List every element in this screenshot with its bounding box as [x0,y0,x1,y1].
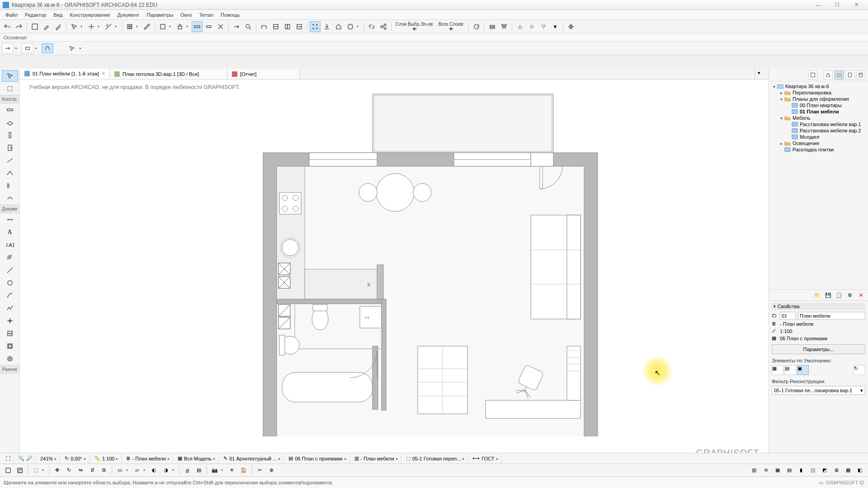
dropdown-icon[interactable]: ▾ [136,24,141,28]
scale-status[interactable]: 1:100 [102,456,115,461]
menu-document[interactable]: Документ [114,11,143,19]
snap-guide-button[interactable] [103,21,114,32]
print-icon[interactable]: 🖨 [182,465,193,476]
reno-status[interactable]: 05-1 Готовая переп... [412,456,461,461]
edit-b[interactable]: ▱ [132,465,142,476]
align-1[interactable] [487,21,498,32]
maximize-button[interactable]: ☐ [828,1,846,9]
menu-design[interactable]: Конструирование [66,11,113,19]
tree-furn-v1[interactable]: Расстановка мебели вар.1 [770,121,867,127]
zoom-out-icon[interactable]: 🔍 [18,455,24,461]
tool-b[interactable] [270,21,281,32]
edit-c[interactable]: ◐ [149,465,160,476]
tri-mid-icon[interactable]: ◇ [526,21,537,32]
tree-plans-design[interactable]: ▾ Планы для оформления [770,96,867,102]
tree-molding[interactable]: Молдинг [770,134,867,140]
figure-tool[interactable] [2,328,18,339]
tree-furniture[interactable]: ▾ Мебель [770,115,867,121]
tab-3d-ceiling[interactable]: План потолка 3D-вар.1 [3D / Все] [110,69,227,79]
close-icon[interactable]: × [102,70,105,77]
tool-a[interactable] [259,21,269,32]
nav-view-1[interactable] [808,70,817,80]
r-4[interactable]: ▤ [784,465,795,476]
minimize-button[interactable]: — [809,1,827,9]
dropdown-icon[interactable]: ▾ [357,24,361,28]
close-button[interactable]: ✕ [847,1,865,9]
sel-2[interactable] [14,465,25,476]
share-button[interactable] [378,21,389,32]
menu-edit[interactable]: Редактор [21,11,50,19]
go-status[interactable]: - План мебели [361,456,394,461]
default-mode-refresh[interactable]: ↻ [854,365,865,375]
default-mode-2[interactable]: ▤ [784,365,796,375]
slab-tool[interactable] [2,117,18,128]
trace-button[interactable] [157,21,168,32]
tri-filled-icon[interactable]: ▼ [550,21,561,32]
menu-help[interactable]: Помощь [217,11,244,19]
tree-plan-01-selected[interactable]: 01 План мебели [770,108,867,115]
qo-arrow-icon[interactable] [66,43,78,53]
inject-button[interactable] [53,21,64,32]
new-folder-icon[interactable]: 📁 [813,291,822,300]
dropdown-icon[interactable]: ▾ [169,24,174,28]
undo-button[interactable] [2,21,13,32]
menu-window[interactable]: Окно [177,11,196,19]
suspend-button[interactable] [231,21,242,32]
tree-furn-v2[interactable]: Расстановка мебели вар.2 [770,127,867,134]
zoom-in-icon[interactable]: 🔎 [26,455,33,461]
snap-intersection-button[interactable] [86,21,97,32]
move-icon[interactable]: ✥ [52,465,62,476]
door-tool[interactable] [2,142,18,154]
tab-plan-furniture[interactable]: 01 План мебели [1. 1-й этаж] × [20,69,110,79]
layout-icon[interactable]: ▤ [193,465,204,476]
tree-tiles[interactable]: Раскладка плитки [770,146,867,153]
clone-view-icon[interactable]: 📋 [835,291,844,300]
tree-plan-00[interactable]: 00 План квартиры [770,102,867,108]
marquee-tool[interactable] [2,83,18,94]
view-id-input[interactable] [780,312,796,320]
nav-publisher-icon[interactable] [856,70,865,80]
view-name-input[interactable] [798,312,865,320]
parameters-button[interactable]: Параметры... [772,344,865,354]
qo-btn-3-active[interactable] [42,43,53,53]
redo-button[interactable] [14,21,24,32]
arrow-tool[interactable] [2,70,18,82]
properties-header[interactable]: ▾Свойства [772,303,865,310]
ruler-toggle[interactable] [192,21,203,32]
tool-d[interactable] [294,21,305,32]
label-tool[interactable]: ⤹A1 [2,239,18,251]
cancel-icon[interactable] [215,21,226,32]
eyedropper-button[interactable] [41,21,52,32]
home-button[interactable] [333,21,344,32]
snap-grid-toggle[interactable] [310,21,321,32]
drawing-tool[interactable] [2,340,18,352]
wall-tool[interactable] [2,104,18,116]
delete-icon[interactable]: ✕ [856,291,865,300]
dropdown-icon[interactable]: ▾ [186,24,191,28]
edit-a[interactable]: ▭ [114,465,125,476]
fill-tool[interactable] [2,252,18,263]
sel-1[interactable] [3,465,14,476]
link-button[interactable] [366,21,377,32]
qo-btn-2[interactable] [22,43,33,53]
r-3[interactable]: ▦ [772,465,783,476]
r-6[interactable]: ◫ [807,465,818,476]
text-tool[interactable]: A [2,226,18,238]
tab-report[interactable]: [Отчет] [227,69,300,79]
zoom-button[interactable] [243,21,254,32]
line-tool[interactable] [2,264,18,276]
tri-down-icon[interactable]: ▽ [538,21,549,32]
menu-options[interactable]: Параметры [143,11,177,19]
sun-icon[interactable]: ☀ [226,465,237,476]
tree-replan[interactable]: ▸ Перепланировка [770,89,867,96]
edit-d[interactable]: ◑ [160,465,171,476]
mirror-icon[interactable]: ⇋ [75,465,86,476]
section-tool[interactable] [2,353,18,365]
model-status[interactable]: Вся Модель [184,456,212,461]
sel-3[interactable]: ⬚ [30,465,41,476]
house-icon[interactable]: 🏠 [238,465,249,476]
pick-button[interactable] [29,21,40,32]
nav-dropdown-icon[interactable]: ▾ [758,70,766,78]
r-5[interactable]: ▮ [796,465,807,476]
layer-combo-status[interactable]: - План мебели [132,456,165,461]
